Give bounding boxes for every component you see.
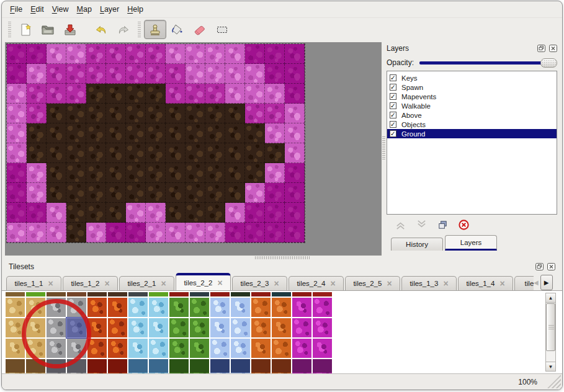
map-tile[interactable]	[166, 104, 186, 123]
map-tile[interactable]	[47, 143, 66, 163]
scroll-up-button[interactable]: ▲	[546, 293, 555, 303]
splitter-grip[interactable]	[382, 136, 385, 160]
tileset-tile[interactable]	[149, 298, 168, 317]
map-tile[interactable]	[86, 44, 106, 64]
map-tile[interactable]	[126, 143, 146, 163]
scrollbar-thumb[interactable]	[546, 303, 555, 351]
float-panel-icon[interactable]	[537, 45, 545, 52]
map-tile[interactable]	[7, 143, 27, 163]
map-tile[interactable]	[106, 123, 126, 143]
map-tile[interactable]	[205, 84, 225, 104]
map-tile[interactable]	[265, 203, 285, 223]
layer-row-spawn[interactable]: ✓Spawn	[387, 82, 557, 92]
map-tile[interactable]	[7, 84, 27, 104]
tileset-tile[interactable]	[190, 339, 209, 358]
map-tile[interactable]	[47, 64, 66, 84]
map-tile[interactable]	[66, 64, 86, 84]
map-tile[interactable]	[186, 123, 205, 143]
tileset-tile[interactable]	[292, 292, 311, 296]
map-tile[interactable]	[245, 64, 265, 84]
tileset-tile[interactable]	[169, 298, 189, 317]
float-panel-icon[interactable]	[535, 263, 544, 270]
map-tile[interactable]	[106, 64, 126, 84]
tileset-view[interactable]: ▲ ▼	[2, 290, 562, 373]
map-tile[interactable]	[285, 44, 305, 64]
map-tile[interactable]	[166, 123, 186, 143]
close-tab-icon[interactable]: ×	[48, 279, 53, 288]
tileset-tile[interactable]	[6, 359, 25, 373]
map-tile[interactable]	[106, 44, 126, 64]
tileset-tile[interactable]	[87, 298, 107, 317]
tileset-tile[interactable]	[272, 292, 291, 296]
map-tile[interactable]	[126, 203, 146, 223]
map-tile[interactable]	[285, 203, 305, 223]
map-tile[interactable]	[265, 123, 285, 143]
map-tile[interactable]	[126, 223, 146, 243]
map-tile[interactable]	[186, 183, 205, 203]
new-file-button[interactable]	[14, 20, 37, 39]
map-tile[interactable]	[186, 143, 205, 163]
map-tile[interactable]	[86, 84, 106, 104]
map-tile[interactable]	[27, 183, 47, 203]
map-tile[interactable]	[126, 183, 146, 203]
map-tile[interactable]	[146, 223, 166, 243]
close-tab-icon[interactable]: ×	[387, 279, 392, 288]
map-tile[interactable]	[146, 163, 166, 183]
tileset-tile[interactable]	[149, 339, 168, 358]
map-tile[interactable]	[27, 123, 47, 143]
tileset-tile[interactable]	[149, 359, 168, 373]
map-tile[interactable]	[27, 44, 47, 64]
map-tile[interactable]	[106, 223, 126, 243]
tileset-tab-tiles_2_4[interactable]: tiles_2_4×	[289, 276, 344, 290]
horizontal-splitter[interactable]	[2, 256, 562, 261]
tileset-tile[interactable]	[231, 339, 250, 358]
tileset-tile[interactable]	[87, 359, 107, 373]
map-tile[interactable]	[245, 163, 265, 183]
move-up-layer-button[interactable]	[395, 219, 406, 231]
map-tile[interactable]	[146, 203, 166, 223]
map-tile[interactable]	[245, 143, 265, 163]
redo-button[interactable]	[112, 20, 135, 39]
map-tile[interactable]	[186, 203, 205, 223]
map-tile[interactable]	[86, 223, 106, 243]
map-tile[interactable]	[166, 44, 186, 64]
close-tab-icon[interactable]: ×	[274, 279, 279, 288]
map-tile[interactable]	[186, 84, 205, 104]
tab-layers[interactable]: Layers	[445, 235, 497, 251]
map-tile[interactable]	[47, 104, 66, 123]
tileset-tile[interactable]	[108, 339, 127, 358]
map-tile[interactable]	[205, 123, 225, 143]
map-tile[interactable]	[225, 143, 245, 163]
tileset-tile[interactable]	[169, 318, 189, 337]
layer-visibility-checkbox[interactable]: ✓	[390, 102, 396, 109]
tileset-tile[interactable]	[210, 298, 230, 317]
map-tile[interactable]	[27, 84, 47, 104]
tileset-tile[interactable]	[108, 318, 127, 337]
map-tile[interactable]	[27, 223, 47, 243]
map-tile[interactable]	[285, 123, 305, 143]
map-tile[interactable]	[245, 104, 265, 123]
map-tile[interactable]	[66, 203, 86, 223]
map-canvas[interactable]	[6, 43, 305, 243]
map-tile[interactable]	[7, 64, 27, 84]
tileset-tile[interactable]	[231, 292, 250, 296]
rect-select-tool-button[interactable]	[211, 20, 233, 39]
map-tile[interactable]	[66, 223, 86, 243]
map-tile[interactable]	[166, 183, 186, 203]
opacity-slider-handle[interactable]	[540, 58, 557, 68]
map-tile[interactable]	[7, 104, 27, 123]
tileset-tile[interactable]	[272, 359, 291, 373]
map-tile[interactable]	[265, 84, 285, 104]
layer-row-objects[interactable]: ✓Objects	[387, 120, 557, 129]
fill-tool-button[interactable]	[166, 20, 189, 39]
tileset-tile[interactable]	[128, 359, 148, 373]
save-button[interactable]	[59, 20, 81, 39]
map-tile[interactable]	[265, 143, 285, 163]
map-tile[interactable]	[47, 44, 66, 64]
tileset-tile[interactable]	[108, 359, 127, 373]
tileset-tile[interactable]	[292, 339, 311, 358]
tileset-tile[interactable]	[6, 292, 25, 296]
map-tile[interactable]	[86, 143, 106, 163]
tileset-tile[interactable]	[313, 359, 332, 373]
scroll-down-button[interactable]: ▼	[546, 362, 555, 371]
